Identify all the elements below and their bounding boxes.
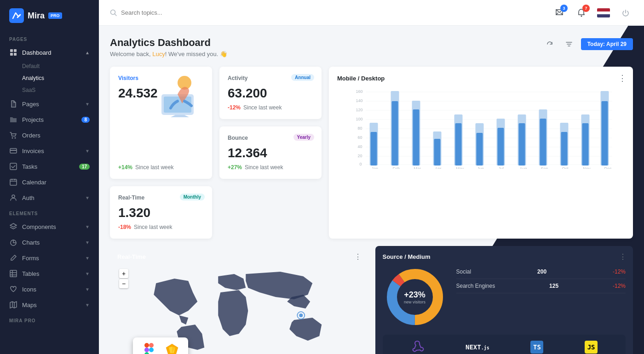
topbar: 3 7 <box>99 0 644 26</box>
edit-icon <box>9 254 17 262</box>
svg-text:Dec: Dec <box>604 166 612 169</box>
chart-title: Mobile / Desktop <box>337 75 625 82</box>
realtime-note: Since last week <box>134 224 172 230</box>
search-box <box>110 9 552 17</box>
user-icon <box>9 194 17 202</box>
bounce-footer: +27% Since last week <box>228 164 313 171</box>
tech-logos-dark-card: NEXT.js TS JS <box>383 335 626 354</box>
messages-button[interactable]: 3 <box>552 6 567 20</box>
typescript-logo: TS <box>530 341 543 354</box>
section-elements: ELEMENTS <box>0 206 99 219</box>
sidebar-sub-analytics[interactable]: Analytics <box>0 72 99 84</box>
svg-rect-26 <box>164 97 191 113</box>
svg-rect-58 <box>498 128 504 166</box>
svg-text:Jul: Jul <box>499 166 504 169</box>
dashboard-label: Dashboard <box>22 49 80 56</box>
zoom-out-button[interactable]: − <box>119 279 128 288</box>
page-content: Analytics Dashboard Welcome back, Lucy! … <box>99 26 644 354</box>
svg-text:Apr: Apr <box>435 166 442 169</box>
svg-point-82 <box>299 314 303 317</box>
date-button[interactable]: Today: April 29 <box>581 38 633 50</box>
svg-text:Mar: Mar <box>414 166 421 169</box>
pages-label: Pages <box>22 101 80 108</box>
refresh-button[interactable] <box>542 37 557 51</box>
chevron-forms-icon: ▼ <box>85 256 90 261</box>
sidebar: Mira PRO PAGES Dashboard ▲ Default Analy… <box>0 0 99 354</box>
chevron-maps-icon: ▼ <box>85 303 90 308</box>
folder-icon <box>9 115 17 124</box>
svg-rect-1 <box>10 49 13 52</box>
activity-change: -12% <box>228 104 241 111</box>
sidebar-sub-saas[interactable]: SaaS <box>0 84 99 96</box>
sidebar-item-invoices[interactable]: Invoices ▼ <box>0 143 99 159</box>
svg-rect-64 <box>561 132 568 166</box>
sidebar-item-auth[interactable]: Auth ▼ <box>0 190 99 206</box>
sidebar-item-calendar[interactable]: Calendar <box>0 174 99 190</box>
page-header: Analytics Dashboard Welcome back, Lucy! … <box>110 37 633 57</box>
svg-rect-3 <box>10 53 13 56</box>
sidebar-item-tasks[interactable]: Tasks 17 <box>0 159 99 174</box>
visitors-footer: +14% Since last week <box>118 164 173 171</box>
subtitle-post: ! We've missed you. 👋 <box>165 51 227 57</box>
visitors-card: Visitors 24.532 <box>110 67 212 179</box>
app-name: Mira <box>28 11 45 21</box>
flag-button[interactable] <box>596 6 611 20</box>
sidebar-item-charts[interactable]: Charts ▼ <box>0 234 99 250</box>
sidebar-item-dashboard[interactable]: Dashboard ▲ <box>0 45 99 60</box>
source-social-value: 200 <box>537 268 546 275</box>
svg-rect-56 <box>477 133 483 166</box>
donut-percentage: +23% <box>404 290 426 300</box>
sidebar-item-projects[interactable]: Projects 8 <box>0 112 99 127</box>
svg-rect-62 <box>540 119 546 166</box>
svg-point-86 <box>149 348 154 352</box>
notifications-button[interactable]: 7 <box>574 6 589 20</box>
map-more-button[interactable]: ⋮ <box>354 252 362 261</box>
activity-badge: Annual <box>291 74 314 81</box>
svg-rect-68 <box>602 101 608 166</box>
charts-label: Charts <box>22 239 80 246</box>
chevron-tables-icon: ▼ <box>85 271 90 276</box>
svg-text:60: 60 <box>358 135 362 140</box>
zoom-in-button[interactable]: + <box>119 269 128 278</box>
sidebar-item-pages[interactable]: Pages ▼ <box>0 96 99 112</box>
chevron-auth-icon: ▼ <box>85 195 90 200</box>
realtime-map-card: Real-Time ⋮ + − <box>110 246 368 354</box>
svg-rect-9 <box>10 163 17 170</box>
svg-text:100: 100 <box>356 117 363 121</box>
sidebar-item-icons[interactable]: Icons ▼ <box>0 281 99 297</box>
svg-text:0: 0 <box>360 162 362 166</box>
realtime-value: 1.320 <box>118 206 204 220</box>
filter-button[interactable] <box>562 37 576 51</box>
chevron-pages-icon: ▼ <box>85 102 90 107</box>
sidebar-item-forms[interactable]: Forms ▼ <box>0 250 99 266</box>
sidebar-sub-default[interactable]: Default <box>0 60 99 72</box>
power-button[interactable] <box>618 6 633 20</box>
svg-rect-46 <box>371 132 377 166</box>
sidebar-item-orders[interactable]: Orders <box>0 127 99 143</box>
creditcard-icon <box>9 147 17 155</box>
svg-text:Nov: Nov <box>583 166 591 169</box>
svg-point-23 <box>581 15 582 17</box>
donut-chart: +23% new visitors <box>383 265 447 329</box>
grid-icon <box>9 48 17 57</box>
pie-chart-icon <box>9 238 17 246</box>
svg-point-6 <box>15 137 16 139</box>
subtitle-name: Lucy <box>152 51 165 57</box>
chart-more-button[interactable]: ⋮ <box>618 73 627 83</box>
realtime-change: -18% <box>118 224 131 230</box>
nextjs-logo: NEXT.js <box>466 343 489 351</box>
search-input[interactable] <box>121 9 213 16</box>
figma-logo <box>142 343 156 354</box>
svg-text:Feb: Feb <box>393 166 400 169</box>
source-more-button[interactable]: ⋮ <box>619 252 627 261</box>
sidebar-item-maps[interactable]: Maps ▼ <box>0 297 99 313</box>
sidebar-item-tables[interactable]: Tables ▼ <box>0 266 99 281</box>
svg-rect-10 <box>10 179 17 185</box>
us-flag-icon <box>597 8 610 17</box>
components-label: Components <box>22 223 80 230</box>
source-row-search: Search Engines 125 -12% <box>456 279 626 293</box>
bar-chart-svg: 160 140 120 100 80 60 40 20 0 <box>337 88 625 169</box>
activity-note: Since last week <box>243 104 282 111</box>
sidebar-item-components[interactable]: Components ▼ <box>0 219 99 234</box>
svg-text:80: 80 <box>358 126 362 131</box>
